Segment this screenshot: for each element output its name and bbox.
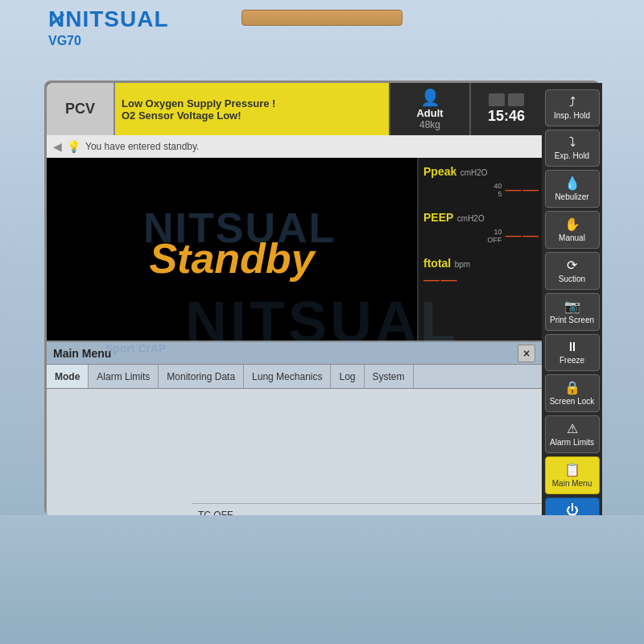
freeze-button[interactable]: ⏸ Freeze <box>545 334 600 371</box>
alarm-limits-label: Alarm Limits <box>550 438 594 448</box>
manual-icon: ✋ <box>564 217 580 232</box>
menu-tabs: Mode Alarm Limits Monitoring Data Lung M… <box>47 365 542 389</box>
insp-hold-button[interactable]: ⤴ Insp. Hold <box>545 89 600 126</box>
brand-logo: N NITSUAL <box>48 6 169 32</box>
peep-reading: PEEP cmH2O 10 OFF — — <box>423 210 537 245</box>
nebulizer-button[interactable]: 💧 Nebulizer <box>545 170 600 208</box>
exp-hold-icon: ⤵ <box>569 135 576 150</box>
top-handle <box>242 10 402 26</box>
icon-box-2 <box>508 93 524 106</box>
screen-lock-label: Screen Lock <box>550 397 595 407</box>
tab-alarm-limits[interactable]: Alarm Limits <box>89 365 159 388</box>
mode-display: PCV <box>47 83 115 135</box>
ppeak-scale: 40 5 <box>493 182 502 198</box>
brand-bar: N NITSUAL <box>48 6 169 32</box>
main-menu-label: Main Menu <box>552 479 592 489</box>
status-bar: PCV Low Oxygen Supply Pressure ! O2 Sens… <box>47 83 542 135</box>
screen: PCV Low Oxygen Supply Pressure ! O2 Sens… <box>47 83 542 518</box>
right-buttons-panel: ⤴ Insp. Hold ⤵ Exp. Hold 💧 Nebulizer ✋ M… <box>542 83 602 518</box>
ftotal-unit: bpm <box>455 260 470 269</box>
model-text: VG70 <box>48 34 81 48</box>
print-screen-icon: 📷 <box>564 299 580 314</box>
print-screen-label: Print Screen <box>550 316 594 325</box>
main-menu-dialog: Main Menu × Mode Alarm Limits Monitoring… <box>47 341 542 518</box>
readings-panel: Ppeak cmH2O 40 5 — — P <box>417 158 542 359</box>
manual-button[interactable]: ✋ Manual <box>545 211 600 249</box>
ftotal-reading: ftotal bpm — — <box>423 256 537 289</box>
manual-label: Manual <box>559 233 585 243</box>
notify-bar: ◀ 💡 You have entered standby. <box>47 135 542 158</box>
patient-info: 👤 Adult 48kg <box>389 83 469 135</box>
menu-title: Main Menu <box>53 347 111 360</box>
notify-arrow-icon: ◀ <box>53 140 62 153</box>
ppeak-dash: — — <box>505 180 537 199</box>
insp-hold-icon: ⤴ <box>569 95 576 109</box>
suction-icon: ⟳ <box>567 258 577 273</box>
patient-type: Adult <box>416 107 443 119</box>
suction-label: Suction <box>559 275 585 284</box>
screen-lock-button[interactable]: 🔒 Screen Lock <box>545 374 600 412</box>
insp-hold-label: Insp. Hold <box>554 111 590 121</box>
device-body: N NITSUAL VG70 PCV Low Oxygen Supply Pre… <box>0 0 644 644</box>
ftotal-label: ftotal <box>423 257 451 270</box>
tab-monitoring-data[interactable]: Monitoring Data <box>159 365 244 388</box>
menu-close-button[interactable]: × <box>518 345 535 362</box>
freeze-icon: ⏸ <box>566 340 579 354</box>
print-screen-button[interactable]: 📷 Print Screen <box>545 293 600 331</box>
main-menu-button[interactable]: 📋 Main Menu <box>545 456 600 494</box>
alarm-area: Low Oxygen Supply Pressure ! O2 Sensor V… <box>115 83 389 135</box>
tab-log[interactable]: Log <box>331 365 364 388</box>
tab-mode[interactable]: Mode <box>47 365 89 388</box>
ftotal-dash: — — <box>423 270 537 289</box>
alarm-text-2: O2 Sensor Voltage Low! <box>122 109 382 122</box>
ppeak-unit: cmH2O <box>460 168 488 177</box>
ppeak-reading: Ppeak cmH2O 40 5 — — <box>423 164 537 199</box>
brand-rest: NITSUAL <box>65 6 168 31</box>
alarm-limits-button[interactable]: ⚠ Alarm Limits <box>545 415 600 453</box>
alarm-limits-icon: ⚠ <box>567 421 578 436</box>
bottom-device: AEOMED Exh. 🔒 👤 <box>0 515 644 644</box>
peep-unit: cmH2O <box>457 214 485 223</box>
standby-text: Standby <box>149 234 314 283</box>
tab-lung-mechanics[interactable]: Lung Mechanics <box>244 365 331 388</box>
nebulizer-icon: 💧 <box>564 175 580 191</box>
main-display: Standby Ppeak cmH2O 40 5 <box>47 158 542 359</box>
icon-box-1 <box>489 93 505 106</box>
standby-area: Standby <box>47 158 417 359</box>
ppeak-label: Ppeak <box>423 165 456 178</box>
suction-button[interactable]: ⟳ Suction <box>545 252 600 290</box>
brand-n: N <box>48 6 65 32</box>
notify-text: You have entered standby. <box>85 141 199 152</box>
exp-hold-label: Exp. Hold <box>555 151 589 161</box>
menu-title-bar: Main Menu × <box>47 342 542 365</box>
main-menu-icon: 📋 <box>564 462 580 477</box>
time-icons <box>489 93 524 106</box>
peep-scale: 10 OFF <box>487 228 502 244</box>
tab-system[interactable]: System <box>365 365 414 388</box>
clock: 15:46 <box>488 108 525 125</box>
time-display-area: 15:46 <box>469 83 542 135</box>
alarm-text-1: Low Oxygen Supply Pressure ! <box>122 97 382 109</box>
notify-bulb-icon: 💡 <box>67 140 80 153</box>
peep-dash: — — <box>505 226 537 245</box>
freeze-label: Freeze <box>559 356 584 365</box>
nebulizer-label: Nebulizer <box>555 192 588 202</box>
peep-label: PEEP <box>423 211 453 224</box>
exp-hold-button[interactable]: ⤵ Exp. Hold <box>545 130 600 167</box>
screen-lock-icon: 🔒 <box>564 380 580 395</box>
patient-weight: 48kg <box>419 119 440 130</box>
patient-icon: 👤 <box>420 88 440 107</box>
screen-outer: PCV Low Oxygen Supply Pressure ! O2 Sens… <box>44 80 600 515</box>
